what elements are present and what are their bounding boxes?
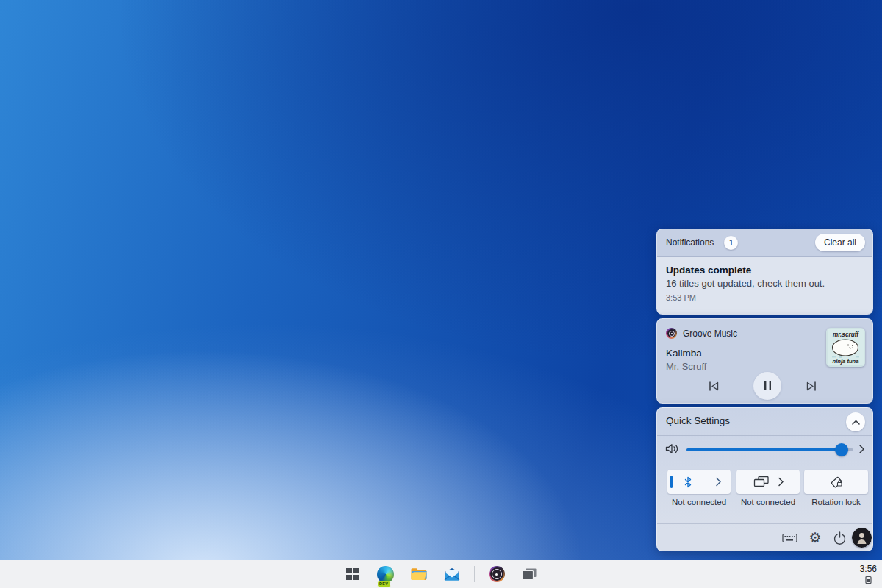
- taskbar-clock: 3:56: [860, 564, 877, 573]
- keyboard-button[interactable]: [781, 531, 798, 545]
- bluetooth-icon: [684, 476, 692, 488]
- svg-text:mr.scruff: mr.scruff: [833, 331, 859, 338]
- bluetooth-tile-label: Not connected: [663, 498, 735, 506]
- next-icon: [805, 381, 818, 392]
- windows-start-icon: [346, 568, 359, 581]
- taskbar-item-groove-music[interactable]: [486, 563, 508, 585]
- volume-expand-button[interactable]: [858, 444, 865, 456]
- notification-message: 16 titles got updated, check them out.: [666, 278, 864, 289]
- quick-settings-tiles: [657, 470, 872, 494]
- notifications-title: Notifications: [666, 237, 714, 248]
- quick-settings-title: Quick Settings: [666, 415, 730, 426]
- album-art: mr.scruff ninja tuna: [826, 328, 865, 367]
- notification-timestamp: 3:53 PM: [666, 293, 864, 302]
- media-app-name: Groove Music: [683, 329, 737, 339]
- mail-icon: [443, 567, 461, 581]
- notification-title: Updates complete: [666, 265, 864, 276]
- chevron-right-icon: [715, 477, 722, 487]
- clear-all-button[interactable]: Clear all: [815, 234, 865, 251]
- power-icon: [833, 531, 846, 545]
- connect-icon: [753, 476, 770, 488]
- rotation-lock-tile[interactable]: [804, 470, 868, 494]
- media-card: Groove Music mr.scruff ninja tuna Kalimb…: [656, 318, 873, 404]
- media-controls: [657, 371, 872, 401]
- collapse-button[interactable]: [846, 412, 865, 431]
- speaker-icon: [665, 442, 681, 456]
- taskbar-item-mail[interactable]: [441, 563, 463, 585]
- svg-text:ninja tuna: ninja tuna: [833, 358, 859, 365]
- volume-slider-thumb[interactable]: [835, 443, 848, 456]
- pause-button[interactable]: [753, 372, 781, 400]
- user-avatar-image: [852, 528, 872, 548]
- pause-icon: [763, 381, 772, 391]
- taskbar-item-edge-dev[interactable]: DEV: [375, 563, 397, 585]
- edge-dev-badge: DEV: [377, 581, 391, 588]
- previous-track-button[interactable]: [704, 376, 723, 395]
- quick-settings-card: Quick Settings: [656, 407, 873, 551]
- tile-divider: [706, 473, 706, 491]
- connect-tile-label: Not connected: [732, 498, 804, 506]
- previous-icon: [707, 381, 720, 392]
- volume-slider-fill: [686, 448, 842, 451]
- media-app-row: Groove Music: [666, 328, 737, 339]
- bluetooth-tile[interactable]: [667, 470, 731, 494]
- file-explorer-icon: [410, 567, 428, 581]
- groove-music-icon: [489, 566, 505, 582]
- volume-slider[interactable]: [686, 443, 853, 456]
- taskbar: DEV: [0, 560, 882, 588]
- quick-settings-footer: ⚙: [657, 524, 872, 551]
- track-artist: Mr. Scruff: [666, 361, 706, 372]
- keyboard-icon: [782, 533, 797, 543]
- settings-gear-icon[interactable]: ⚙: [806, 527, 825, 548]
- system-tray[interactable]: 3:56: [860, 560, 877, 588]
- start-button[interactable]: [342, 563, 364, 585]
- task-view-button[interactable]: [519, 563, 541, 585]
- taskbar-item-file-explorer[interactable]: [408, 563, 430, 585]
- notification-count-badge: 1: [724, 236, 738, 250]
- power-button[interactable]: [831, 530, 848, 546]
- chevron-up-icon: [851, 419, 861, 426]
- chevron-right-icon: [858, 444, 865, 454]
- tray-status-icon: [864, 575, 872, 584]
- user-avatar[interactable]: [852, 528, 872, 548]
- rotation-lock-tile-label: Rotation lock: [801, 498, 871, 506]
- notifications-header: Notifications 1 Clear all: [657, 229, 872, 257]
- taskbar-center-icons: DEV: [0, 560, 882, 588]
- groove-music-icon: [666, 328, 677, 339]
- volume-row: [657, 440, 872, 459]
- chevron-right-icon: [778, 477, 784, 487]
- next-track-button[interactable]: [802, 376, 821, 395]
- divider: [657, 435, 872, 436]
- track-title: Kalimba: [666, 348, 702, 359]
- notifications-card: Notifications 1 Clear all Updates comple…: [656, 229, 873, 315]
- connect-tile[interactable]: [736, 470, 800, 494]
- taskbar-separator: [474, 566, 475, 582]
- rotation-lock-icon: [830, 475, 844, 489]
- task-view-icon: [522, 567, 537, 581]
- bluetooth-active-indicator: [670, 476, 673, 488]
- notification-item[interactable]: Updates complete 16 titles got updated, …: [657, 257, 872, 315]
